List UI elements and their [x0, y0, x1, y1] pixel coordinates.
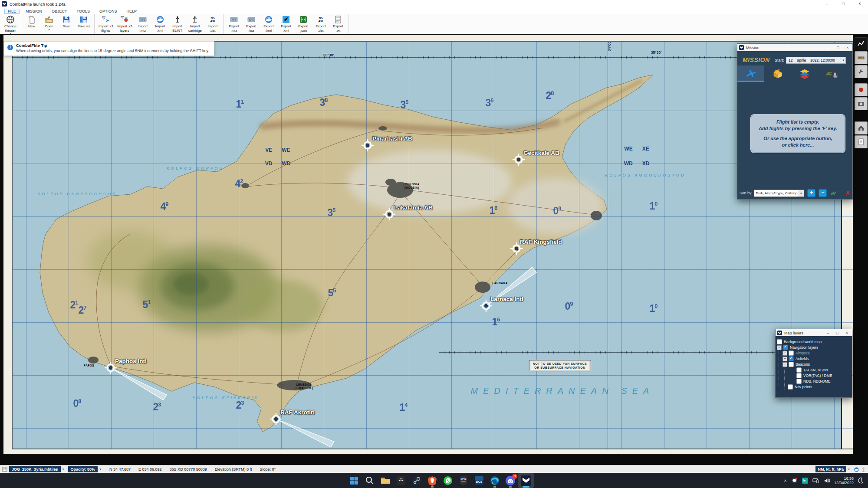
airfield-symbol[interactable]: [513, 154, 525, 166]
add-flight-button[interactable]: +: [807, 189, 815, 197]
flight-list-empty-message[interactable]: Flight list is empty.Add flights by pres…: [750, 114, 845, 153]
display-cast-icon[interactable]: [812, 478, 819, 484]
taskbar-brave-icon[interactable]: [424, 473, 440, 488]
change-theater-button[interactable]: Change theater▾: [2, 14, 19, 34]
mission-tab-units[interactable]: [818, 66, 845, 82]
taskbar-discord-icon[interactable]: 3: [503, 473, 518, 488]
layer-row-ndb-ndb-dme[interactable]: NDB, NDB-DME: [791, 379, 830, 384]
google-earth-icon[interactable]: [854, 467, 859, 472]
chevron-down-icon[interactable]: ▼: [848, 468, 850, 471]
export--miz-button[interactable]: DCSExport .miz: [225, 14, 243, 34]
airfield-symbol[interactable]: [362, 139, 374, 151]
taskbar-edge-icon[interactable]: [487, 473, 503, 488]
camera-tool-button[interactable]: [855, 97, 868, 110]
export--json-button[interactable]: Export .json: [295, 14, 312, 34]
import-cf-layers-button[interactable]: Import .cf layers: [115, 14, 134, 34]
layer-row-airfields[interactable]: +Airfields: [783, 356, 809, 361]
layer-checkbox[interactable]: [796, 373, 802, 378]
taskbar-snip-icon[interactable]: [393, 473, 409, 488]
maximize-button[interactable]: □: [833, 46, 843, 50]
night-mode-moon-icon[interactable]: [858, 477, 864, 484]
tray-clock[interactable]: 16:56 12/04/2022: [834, 476, 854, 485]
new-button[interactable]: New: [23, 14, 40, 34]
layer-row-navigation-layers[interactable]: −Navigation layers: [777, 345, 818, 350]
export--xml-button[interactable]: Export .xml: [277, 14, 295, 34]
units-selector[interactable]: NM, kt, ft, hPa: [815, 466, 847, 472]
export--kml-button[interactable]: Export .kml: [260, 14, 277, 34]
menu-file[interactable]: FILE: [4, 9, 20, 14]
minimize-button[interactable]: –: [823, 331, 833, 335]
layer-checkbox[interactable]: [789, 362, 794, 367]
select-all-button[interactable]: ✓✓: [830, 190, 841, 197]
taskbar-start-icon[interactable]: [346, 473, 362, 488]
measure-tool-button[interactable]: [855, 51, 868, 64]
taskbar-epic-icon[interactable]: EPICGAMES: [456, 473, 471, 488]
wrench-tool-button[interactable]: [855, 65, 868, 78]
import--kml-button[interactable]: Import .kml: [151, 14, 169, 34]
tray-app-icon[interactable]: [802, 478, 808, 484]
layer-checkbox[interactable]: [796, 379, 802, 384]
mission-tab-flights[interactable]: [737, 66, 764, 82]
import-elint-button[interactable]: Import ELINT: [169, 14, 186, 34]
layer-checkbox[interactable]: [796, 367, 802, 373]
mission-panel-titlebar[interactable]: Mission – □ ×: [737, 44, 852, 52]
opacity-selector[interactable]: Opacity: 80%: [68, 466, 98, 472]
close-button[interactable]: ×: [843, 46, 852, 50]
maximize-button[interactable]: □: [835, 0, 852, 8]
layer-row-background-world-map[interactable]: Background world map: [777, 339, 822, 344]
layer-row-vor-tac-dme[interactable]: VOR(TAC) / DME: [791, 373, 832, 378]
taskbar-dcs-icon[interactable]: DCS: [471, 473, 487, 488]
map-file-selector[interactable]: JOG_250K_Syria.mbtiles: [9, 466, 61, 472]
tree-expander-icon[interactable]: +: [783, 357, 787, 361]
taskbar-search-icon[interactable]: [362, 473, 378, 488]
maximize-button[interactable]: □: [833, 331, 842, 335]
taskbar-whatsapp-icon[interactable]: [440, 473, 456, 488]
tree-expander-icon[interactable]: −: [783, 362, 787, 367]
close-button[interactable]: ×: [842, 331, 852, 335]
airfield-symbol[interactable]: [105, 362, 117, 374]
clear-button[interactable]: ✗: [845, 190, 850, 197]
import-cf-flights-button[interactable]: Import .cf flights: [96, 14, 115, 34]
taskbar-combatflite-icon[interactable]: [518, 473, 534, 488]
tray-overflow-chevron[interactable]: ∧: [784, 478, 787, 483]
minimize-button[interactable]: –: [824, 46, 833, 50]
save-as-button[interactable]: Save as: [75, 14, 92, 34]
taskbar-steam-icon[interactable]: [409, 473, 424, 488]
import--miz-button[interactable]: DCSImport .miz: [134, 14, 151, 34]
layer-row-tacan-rsbn[interactable]: TACAN, RSBN: [791, 367, 828, 373]
remove-flight-button[interactable]: −: [819, 189, 827, 197]
taskbar-explorer-icon[interactable]: [378, 473, 393, 488]
close-button[interactable]: ×: [852, 0, 868, 8]
home-tool-button[interactable]: [855, 121, 868, 134]
menu-options[interactable]: OPTIONS: [96, 9, 121, 14]
menu-help[interactable]: HELP: [123, 9, 140, 14]
airfield-symbol[interactable]: [270, 413, 282, 425]
export--lua-button[interactable]: DCSExport .lua: [243, 14, 260, 34]
speaker-icon[interactable]: [824, 478, 830, 484]
menu-mission[interactable]: MISSION: [22, 9, 46, 14]
chevron-down-icon[interactable]: ▼: [99, 468, 102, 471]
layer-row-nav-points[interactable]: Nav points: [783, 384, 812, 390]
open-button[interactable]: Open▾: [40, 14, 58, 34]
layer-checkbox[interactable]: [777, 339, 782, 344]
export--txt-button[interactable]: Export .txt: [329, 14, 347, 34]
airfield-symbol[interactable]: [510, 242, 523, 255]
profile-tool-button[interactable]: [855, 37, 868, 50]
chevron-down-icon[interactable]: ▾: [48, 29, 49, 30]
mission-start-datetime-field[interactable]: 12 aprile 2022, 12:00:00 ▾: [786, 57, 846, 64]
tip-banner[interactable]: i CombatFlite Tip When drawing orbits, y…: [3, 41, 214, 56]
layer-checkbox[interactable]: [789, 350, 794, 356]
layer-checkbox[interactable]: [783, 345, 788, 350]
calendar-dropdown-icon[interactable]: ▾: [841, 57, 845, 63]
briefing-tool-button[interactable]: [855, 135, 868, 148]
airfield-symbol[interactable]: [480, 300, 492, 312]
export--dat-button[interactable]: NS430Export .dat: [312, 14, 329, 34]
mission-tab-layers[interactable]: [791, 66, 818, 82]
airfield-symbol[interactable]: [383, 208, 395, 220]
discord-tray-icon[interactable]: [791, 477, 798, 484]
record-tool-button[interactable]: [855, 83, 868, 96]
sort-by-select[interactable]: Task, Aircraft type, Callsign ▾: [754, 190, 804, 197]
import--dat-button[interactable]: NS430Import .dat: [204, 14, 221, 34]
tree-expander-icon[interactable]: −: [777, 345, 782, 350]
save-button[interactable]: Save: [58, 14, 75, 34]
